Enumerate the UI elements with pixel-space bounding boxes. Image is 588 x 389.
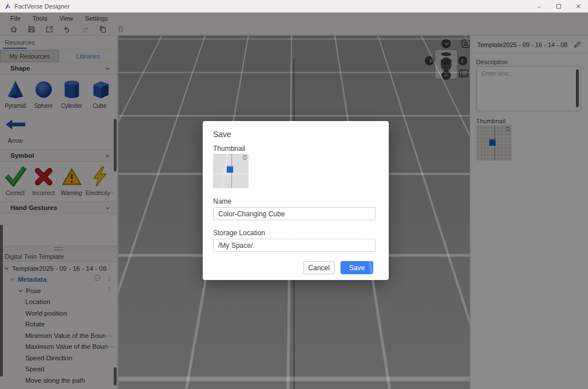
maximize-button[interactable] xyxy=(549,0,568,13)
close-button[interactable]: ✕ xyxy=(568,0,588,13)
app-window: FactVerse Designer – ✕ File Tools View S… xyxy=(0,0,588,389)
refresh-thumbnail-icon[interactable] xyxy=(242,155,247,160)
minimize-button[interactable]: – xyxy=(529,0,549,13)
name-input[interactable] xyxy=(213,207,376,220)
app-logo-icon xyxy=(5,3,11,9)
save-dialog: Save Thumbnail Name Storage Location Can… xyxy=(203,121,389,280)
dialog-thumbnail-label: Thumbnail xyxy=(213,145,245,153)
storage-location-input[interactable] xyxy=(213,239,376,252)
cancel-button[interactable]: Cancel xyxy=(303,261,335,274)
title-bar: FactVerse Designer – ✕ xyxy=(0,0,588,13)
app-title: FactVerse Designer xyxy=(14,3,70,10)
thumbnail-cube xyxy=(227,166,233,173)
maximize-icon xyxy=(556,4,561,9)
dialog-thumbnail xyxy=(213,154,249,188)
storage-location-label: Storage Location xyxy=(213,229,265,237)
dialog-title: Save xyxy=(213,130,231,139)
save-confirm-button[interactable]: Save xyxy=(341,261,373,274)
name-label: Name xyxy=(213,197,231,205)
